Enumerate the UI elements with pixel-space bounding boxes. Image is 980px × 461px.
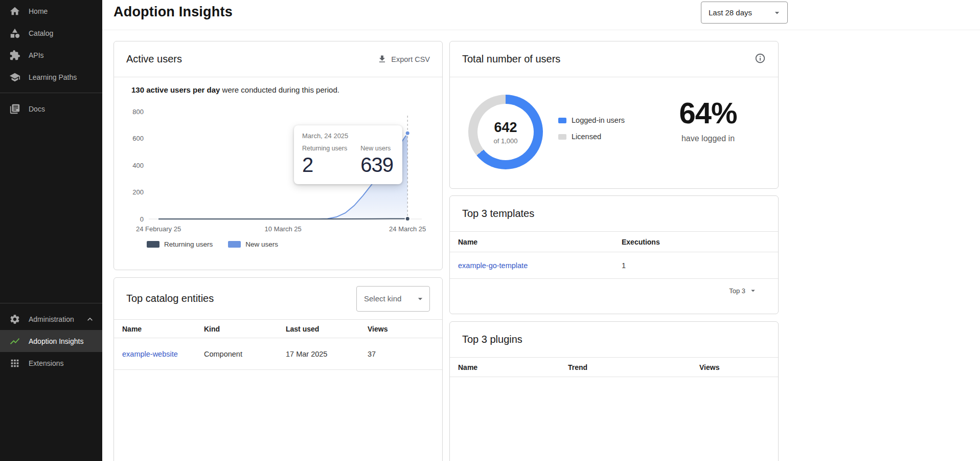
top-plugins-card: Top 3 plugins Name Trend Views xyxy=(449,321,779,461)
chevron-down-icon xyxy=(748,286,758,295)
entity-link[interactable]: example-website xyxy=(122,350,178,358)
sidebar-item-label: Catalog xyxy=(29,29,53,37)
last-used-value: 17 Mar 2025 xyxy=(286,350,368,358)
info-button[interactable] xyxy=(755,53,766,65)
download-icon xyxy=(377,54,387,64)
sidebar-item-label: Adoption Insights xyxy=(29,337,83,345)
tooltip-col-returning: Returning users 2 xyxy=(302,145,347,177)
sidebar-item-extensions[interactable]: Extensions xyxy=(0,352,102,374)
page-header: Adoption Insights Last 28 days xyxy=(102,0,980,30)
donut-subtext: of 1,000 xyxy=(494,137,518,145)
stat-value: 64% xyxy=(657,96,759,130)
table-header-row: Name Executions xyxy=(450,232,778,252)
sidebar-item-catalog[interactable]: Catalog xyxy=(0,22,102,44)
apis-icon xyxy=(9,50,20,61)
rows-filter-select[interactable]: Top 3 xyxy=(450,279,778,295)
legend-label: Licensed xyxy=(572,133,601,141)
column-header-name: Name xyxy=(122,325,204,333)
legend-label: New users xyxy=(245,240,278,248)
sidebar-item-home[interactable]: Home xyxy=(0,0,102,22)
table-row: example-go-template 1 xyxy=(450,252,778,279)
top-templates-card: Top 3 templates Name Executions example-… xyxy=(449,195,779,314)
legend-swatch xyxy=(228,241,241,248)
svg-text:10 March 25: 10 March 25 xyxy=(265,225,302,233)
learning-paths-icon xyxy=(9,72,20,83)
table-row: example-website Component 17 Mar 2025 37 xyxy=(114,338,442,370)
logged-in-stat: 64% have logged in xyxy=(657,96,759,143)
tooltip-date: March, 24 2025 xyxy=(302,132,394,140)
table-header-row: Name Trend Views xyxy=(450,358,778,377)
svg-text:0: 0 xyxy=(140,215,144,223)
column-header-views: Views xyxy=(699,363,761,371)
card-title: Total number of users xyxy=(462,53,560,65)
column-header-executions: Executions xyxy=(622,238,724,246)
legend-item-returning-users: Returning users xyxy=(147,240,213,248)
active-users-summary: 130 active users per day were conducted … xyxy=(131,85,430,94)
sidebar: Home Catalog APIs Learning Paths Docs Ad… xyxy=(0,0,102,461)
top-catalog-entities-card: Top catalog entities Select kind Name Ki… xyxy=(113,277,443,461)
svg-text:200: 200 xyxy=(132,188,144,196)
svg-text:600: 600 xyxy=(132,135,144,142)
table-row-partial xyxy=(114,370,442,411)
select-kind-label: Select kind xyxy=(364,294,401,303)
sidebar-divider xyxy=(0,93,102,93)
page-title: Adoption Insights xyxy=(113,4,233,20)
svg-text:400: 400 xyxy=(132,162,144,169)
home-icon xyxy=(9,6,20,17)
export-csv-button[interactable]: Export CSV xyxy=(377,54,430,64)
legend-item-new-users: New users xyxy=(228,240,278,248)
tooltip-value: 2 xyxy=(302,153,347,177)
donut-center: 642 of 1,000 xyxy=(477,104,534,160)
views-value: 37 xyxy=(368,350,429,358)
date-range-value: Last 28 days xyxy=(709,8,752,17)
sidebar-item-learning-paths[interactable]: Learning Paths xyxy=(0,66,102,88)
sidebar-spacer xyxy=(0,120,102,298)
sidebar-item-label: Docs xyxy=(29,105,45,113)
card-title: Top 3 templates xyxy=(462,208,534,219)
select-kind-dropdown[interactable]: Select kind xyxy=(356,286,430,312)
stat-caption: have logged in xyxy=(657,134,759,143)
active-users-card: Active users Export CSV 130 active users… xyxy=(113,41,443,270)
column-header-last-used: Last used xyxy=(286,325,368,333)
card-title: Active users xyxy=(126,53,182,65)
sidebar-main-group: Home Catalog APIs Learning Paths Docs xyxy=(0,0,102,120)
total-users-card: Total number of users 642 of 1,000 Logge… xyxy=(449,41,779,189)
svg-text:24 February 25: 24 February 25 xyxy=(136,225,181,233)
sidebar-item-apis[interactable]: APIs xyxy=(0,44,102,66)
sidebar-item-adoption-insights[interactable]: Adoption Insights xyxy=(0,330,102,352)
chart-legend: Returning users New users xyxy=(147,240,442,248)
sidebar-item-docs[interactable]: Docs xyxy=(0,98,102,120)
table-header-row: Name Kind Last used Views xyxy=(114,320,442,338)
top-catalog-entities-header: Top catalog entities Select kind xyxy=(114,278,442,320)
users-donut-chart: 642 of 1,000 xyxy=(468,95,543,169)
executions-value: 1 xyxy=(622,261,724,270)
top-plugins-card-header: Top 3 plugins xyxy=(450,322,778,358)
column-header-name: Name xyxy=(458,238,622,246)
total-users-card-header: Total number of users xyxy=(450,41,778,77)
legend-item-logged-in: Logged-in users xyxy=(558,116,625,124)
donut-value: 642 xyxy=(494,120,517,136)
sidebar-item-label: Learning Paths xyxy=(29,73,77,81)
chevron-down-icon xyxy=(772,8,782,18)
date-range-select[interactable]: Last 28 days xyxy=(701,2,788,24)
sidebar-divider xyxy=(0,303,102,303)
donut-legend: Logged-in users Licensed xyxy=(558,116,625,141)
sidebar-item-label: Administration xyxy=(29,315,74,323)
template-link[interactable]: example-go-template xyxy=(458,261,528,270)
chevron-up-icon xyxy=(85,314,95,324)
column-header-trend: Trend xyxy=(568,363,699,371)
top-templates-card-header: Top 3 templates xyxy=(450,196,778,232)
tooltip-columns: Returning users 2 New users 639 xyxy=(302,145,394,177)
chart-tooltip: March, 24 2025 Returning users 2 New use… xyxy=(294,125,402,184)
active-users-card-header: Active users Export CSV xyxy=(114,41,442,77)
legend-swatch xyxy=(558,118,566,123)
summary-rest: were conducted during this period. xyxy=(220,85,339,94)
svg-text:24 March 25: 24 March 25 xyxy=(389,225,426,233)
total-users-body: 642 of 1,000 Logged-in users Licensed 64… xyxy=(450,77,778,189)
sidebar-item-administration[interactable]: Administration xyxy=(0,308,102,330)
kind-value: Component xyxy=(204,350,286,358)
rows-filter-label: Top 3 xyxy=(729,287,745,295)
insights-chart-icon xyxy=(9,336,20,347)
svg-text:800: 800 xyxy=(132,108,144,116)
sidebar-admin-group: Administration Adoption Insights Extensi… xyxy=(0,298,102,374)
